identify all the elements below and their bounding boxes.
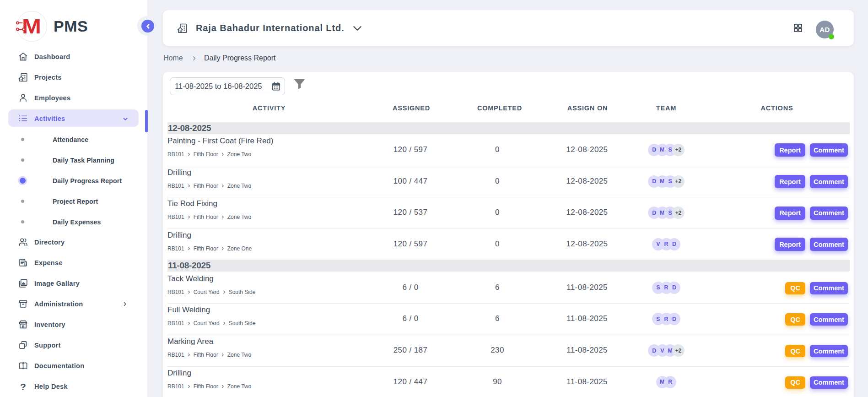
svg-text:M: M — [22, 16, 41, 37]
